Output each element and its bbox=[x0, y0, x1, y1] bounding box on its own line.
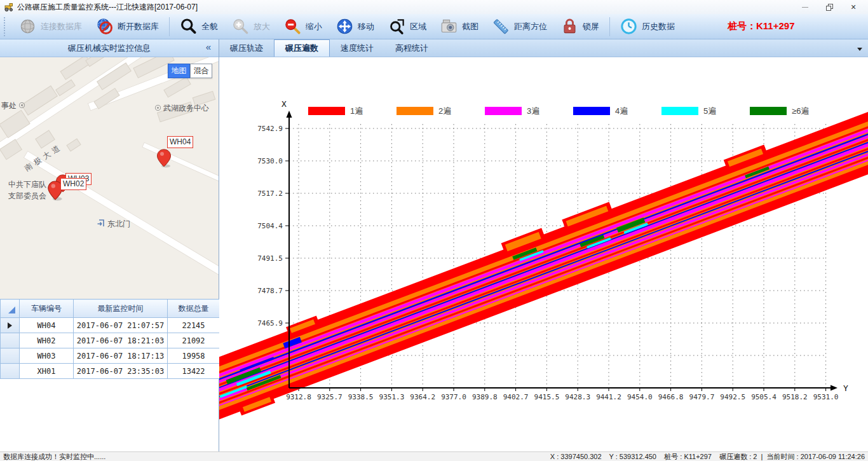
toolbar: 连接数据库断开数据库全貌放大缩小移动区域截图距离方位锁屏历史数据桩号：K11+2… bbox=[0, 14, 868, 39]
toolbar-button-region[interactable]: 区域 bbox=[381, 15, 433, 38]
map-label-office: 事处 bbox=[1, 100, 25, 111]
chart-legend: 1遍2遍3遍4遍5遍≥6遍 bbox=[308, 106, 809, 116]
toolbar-button-lock[interactable]: 锁屏 bbox=[554, 15, 606, 38]
column-header[interactable]: 最新监控时间 bbox=[74, 299, 168, 318]
svg-text:9389.8: 9389.8 bbox=[472, 393, 498, 401]
table-cell[interactable]: 2017-06-07 18:17:13 bbox=[74, 348, 168, 364]
y-axis-label: X bbox=[281, 99, 287, 109]
map-road bbox=[0, 57, 157, 167]
screenshot-icon bbox=[440, 18, 458, 35]
svg-text:4遍: 4遍 bbox=[615, 106, 628, 116]
titlebar: 公路碾压施工质量监控系统---江北快速路[2017-06-07] × bbox=[0, 0, 868, 14]
svg-text:9492.5: 9492.5 bbox=[720, 393, 745, 401]
x-axis-label: Y bbox=[843, 383, 848, 393]
tab-4[interactable]: 高程统计 bbox=[384, 39, 439, 57]
map-view-button-active[interactable]: 地图 bbox=[168, 64, 190, 78]
table-row[interactable]: WH042017-06-07 21:07:5722145 bbox=[1, 318, 220, 333]
toolbar-button-screenshot[interactable]: 截图 bbox=[433, 15, 485, 38]
table-row[interactable]: XH012017-06-07 23:35:0313422 bbox=[1, 364, 220, 379]
left-panel-header: 碾压机械实时监控信息 « bbox=[0, 39, 219, 57]
toolbar-button-label: 全貌 bbox=[201, 21, 218, 32]
table-cell[interactable]: 22145 bbox=[168, 318, 220, 333]
svg-text:9505.4: 9505.4 bbox=[751, 393, 776, 401]
tab-3[interactable]: 速度统计 bbox=[330, 39, 384, 57]
tab-2[interactable]: 碾压遍数 bbox=[274, 39, 330, 57]
map-marker-wh04[interactable]: WH04 bbox=[155, 139, 200, 170]
toolbar-button-move[interactable]: 移动 bbox=[329, 15, 381, 38]
status-coordinates: X : 3397450.302 Y : 539312.450 桩号 : K11+… bbox=[550, 452, 865, 461]
table-cell[interactable]: WH04 bbox=[20, 318, 74, 333]
toolbar-button-database-disconnect[interactable]: 断开数据库 bbox=[89, 15, 166, 38]
toolbar-separator bbox=[609, 17, 610, 36]
pass-count-band bbox=[219, 123, 868, 412]
main-area: 碾压轨迹碾压遍数速度统计高程统计 7542.97530.07517.27504.… bbox=[219, 39, 868, 451]
row-header[interactable] bbox=[1, 333, 20, 348]
toolbar-button-zoom-out[interactable]: 缩小 bbox=[277, 15, 329, 38]
minimize-button[interactable] bbox=[793, 0, 817, 14]
selected-row-arrow bbox=[8, 322, 12, 329]
svg-text:9351.3: 9351.3 bbox=[379, 393, 405, 401]
table-cell[interactable]: XH01 bbox=[20, 364, 74, 379]
map-view-button-inactive[interactable]: 混合 bbox=[190, 64, 212, 78]
map-label-gate: 东北门 bbox=[97, 219, 130, 230]
tab-1[interactable]: 碾压轨迹 bbox=[219, 39, 274, 57]
table-row[interactable]: WH032017-06-07 18:17:1319958 bbox=[1, 348, 220, 364]
svg-text:9479.7: 9479.7 bbox=[689, 393, 715, 401]
svg-text:7504.4: 7504.4 bbox=[257, 222, 283, 230]
map-view-switch: 地图混合 bbox=[168, 64, 212, 78]
app-window: 公路碾压施工质量监控系统---江北快速路[2017-06-07] × 连接数据库… bbox=[0, 0, 868, 461]
collapse-panel-button[interactable]: « bbox=[206, 41, 211, 52]
overview-icon bbox=[180, 18, 197, 35]
table-cell[interactable]: 21092 bbox=[168, 333, 220, 348]
table-cell[interactable]: WH03 bbox=[20, 348, 74, 364]
toolbar-button-label: 断开数据库 bbox=[118, 21, 159, 32]
toolbar-button-distance[interactable]: 距离方位 bbox=[485, 15, 554, 38]
svg-text:9377.0: 9377.0 bbox=[441, 393, 466, 401]
svg-text:≥6遍: ≥6遍 bbox=[792, 106, 809, 116]
restore-button[interactable] bbox=[817, 0, 841, 14]
map-building bbox=[66, 139, 81, 152]
svg-text:9325.7: 9325.7 bbox=[317, 393, 342, 401]
table-row[interactable]: WH022017-06-07 18:21:0321092 bbox=[1, 333, 220, 348]
table-cell[interactable]: 13422 bbox=[168, 364, 220, 379]
table-cell[interactable]: 2017-06-07 23:35:03 bbox=[74, 364, 168, 379]
toolbar-button-label: 放大 bbox=[254, 21, 270, 32]
row-header[interactable] bbox=[1, 348, 20, 364]
pass-count-chart[interactable]: 7542.97530.07517.27504.47491.57478.77465… bbox=[219, 57, 868, 451]
table-cell[interactable]: WH02 bbox=[20, 333, 74, 348]
toolbar-button-zoom-in[interactable]: 放大 bbox=[225, 15, 277, 38]
svg-text:9518.2: 9518.2 bbox=[782, 393, 808, 401]
toolbar-button-overview[interactable]: 全貌 bbox=[173, 15, 225, 38]
toolbar-button-label: 锁屏 bbox=[583, 21, 599, 32]
table-select-all-corner[interactable] bbox=[1, 299, 20, 318]
tab-overflow-button[interactable] bbox=[855, 46, 864, 52]
toolbar-button-history[interactable]: 历史数据 bbox=[613, 15, 682, 38]
table-cell[interactable]: 2017-06-07 18:21:03 bbox=[74, 333, 168, 348]
column-header[interactable]: 车辆编号 bbox=[20, 299, 74, 318]
toolbar-button-label: 区域 bbox=[410, 21, 426, 32]
left-panel: 碾压机械实时监控信息 « bbox=[0, 39, 219, 451]
zoom-in-icon bbox=[232, 18, 249, 35]
svg-text:9415.5: 9415.5 bbox=[534, 393, 560, 401]
toolbar-grip bbox=[4, 17, 7, 36]
column-header[interactable]: 数据总量 bbox=[168, 299, 220, 318]
svg-text:7530.0: 7530.0 bbox=[257, 157, 283, 165]
svg-text:9312.8: 9312.8 bbox=[286, 393, 311, 401]
table-cell[interactable]: 19958 bbox=[168, 348, 220, 364]
map-label-committee: 中共下庙队 支部委员会 bbox=[8, 179, 46, 202]
map-marker-wh02-group[interactable]: WH03 WH02 bbox=[47, 173, 117, 211]
svg-text:7542.9: 7542.9 bbox=[257, 125, 283, 133]
svg-text:9441.2: 9441.2 bbox=[596, 393, 621, 401]
map-canvas[interactable]: 地图混合 事处 武湖政务中心 中共下庙队 支部委员会 南极大道 东北门 bbox=[0, 57, 219, 299]
table-cell[interactable]: 2017-06-07 21:07:57 bbox=[74, 318, 168, 333]
marker-label: WH02 bbox=[60, 178, 86, 190]
row-header[interactable] bbox=[1, 364, 20, 379]
chevron-down-icon bbox=[857, 48, 862, 51]
toolbar-button-database-connect[interactable]: 连接数据库 bbox=[12, 15, 89, 38]
toolbar-button-label: 距离方位 bbox=[514, 21, 547, 32]
distance-icon bbox=[492, 18, 510, 35]
row-header[interactable] bbox=[1, 318, 20, 333]
database-disconnect-icon bbox=[96, 18, 113, 35]
svg-text:9364.2: 9364.2 bbox=[410, 393, 435, 401]
close-button[interactable]: × bbox=[841, 0, 865, 14]
